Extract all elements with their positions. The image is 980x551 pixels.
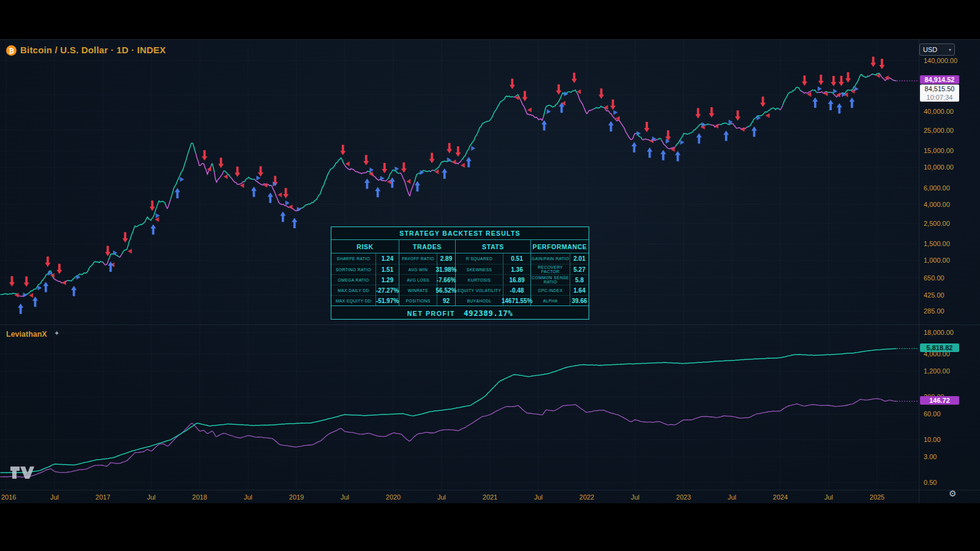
settings-gear-icon[interactable]: ⚙	[949, 489, 957, 498]
buy-arrow-icon	[175, 188, 180, 198]
price-line-segment	[119, 253, 123, 257]
time-axis-label: 2023	[676, 493, 691, 501]
metric-label: CPC INDEX	[530, 285, 570, 295]
backtest-table-grid: RISKSHARPE RATIO1.24SORTINO RATIO1.51OME…	[331, 240, 589, 305]
price-tick-label: 15,000.00	[924, 147, 954, 154]
sell-arrow-icon	[839, 76, 844, 86]
metric-value: 16.89	[503, 274, 530, 285]
buy-arrow-icon	[849, 97, 854, 108]
metric-value: -27.27%	[375, 285, 399, 295]
sell-triangle-icon	[527, 107, 532, 112]
sell-arrow-icon	[735, 110, 741, 121]
countdown-badge: 84,515.50 10:07:34	[920, 84, 959, 102]
net-profit-value: 492389.17%	[464, 309, 513, 318]
sell-triangle-icon	[288, 204, 293, 209]
panel-separator[interactable]	[0, 324, 980, 325]
table-section-header: STATS	[455, 240, 530, 253]
series-line	[1, 348, 897, 473]
price-line-segment	[520, 99, 543, 120]
sell-arrow-icon	[870, 57, 876, 67]
metric-value: -51.97%	[375, 295, 399, 305]
metric-label: AVG LOSS	[399, 274, 437, 285]
buy-triangle-icon	[471, 146, 475, 151]
price-tick-label: 1,000.00	[924, 257, 950, 264]
price-tick-label: 4,000.00	[924, 201, 950, 208]
sell-triangle-icon	[29, 293, 33, 298]
buy-triangle-icon	[614, 110, 618, 115]
price-tick-label: 140,000.00	[924, 57, 957, 64]
sell-arrow-icon	[802, 75, 807, 86]
price-line-segment	[123, 201, 166, 253]
metric-label: RECOVERY FACTOR	[530, 264, 570, 274]
time-axis-label: 2018	[192, 493, 207, 501]
sell-arrow-icon	[56, 264, 62, 274]
sell-arrow-icon	[510, 79, 515, 89]
metric-label: MAX DAILY DD	[331, 285, 375, 295]
sell-arrow-icon	[598, 88, 604, 99]
net-profit-label: NET PROFIT	[407, 310, 455, 317]
currency-selector[interactable]: USD ▾	[919, 43, 955, 56]
price-line-segment	[893, 80, 894, 81]
sell-triangle-icon	[714, 124, 718, 129]
price-line-segment	[605, 108, 636, 140]
buy-arrow-icon	[466, 157, 472, 167]
buy-arrow-icon	[812, 97, 818, 108]
metric-label: ALPHA	[530, 295, 570, 305]
buy-triangle-icon	[37, 285, 42, 290]
buy-arrow-icon	[375, 187, 380, 197]
price-line-segment	[399, 173, 415, 197]
price-line-segment	[243, 177, 255, 182]
price-line-segment	[817, 92, 825, 94]
price-line-segment	[212, 163, 214, 172]
metric-label: SORTINO RATIO	[331, 264, 375, 274]
buy-triangle-icon	[180, 177, 184, 182]
metric-value: -0.48	[503, 285, 530, 295]
metric-value: 92	[437, 295, 455, 305]
tradingview-logo[interactable]	[10, 465, 36, 480]
sell-arrow-icon	[556, 84, 562, 95]
metric-label: POSITIONS	[399, 295, 437, 305]
buy-triangle-icon	[23, 293, 28, 298]
buy-arrow-icon	[696, 133, 702, 143]
metric-label: COMMON SENSE RATIO	[530, 274, 570, 285]
time-axis-border	[0, 490, 980, 490]
price-line-segment	[431, 170, 433, 172]
countdown-timer: 10:07:34	[920, 93, 959, 102]
buy-arrow-icon	[837, 103, 842, 114]
backtest-table: STRATEGY BACKTEST RESULTS RISKSHARPE RAT…	[331, 227, 589, 320]
buy-triangle-icon	[256, 176, 260, 181]
countdown-price: 84,515.50	[920, 84, 959, 93]
metric-value: 31.98%	[437, 264, 455, 274]
metric-label: EQUITY VOLATILITY	[455, 285, 503, 295]
sell-arrow-icon	[760, 97, 766, 107]
price-line-segment	[831, 92, 834, 94]
buy-triangle-icon	[833, 89, 837, 94]
time-axis-label: Jul	[437, 493, 446, 501]
metric-value: 0.51	[503, 253, 530, 264]
indicator-options-icon[interactable]: ✦	[54, 329, 59, 337]
backtest-table-title: STRATEGY BACKTEST RESULTS	[331, 227, 589, 240]
metric-value: 1.24	[375, 253, 399, 264]
time-axis-label: Jul	[147, 493, 156, 501]
buy-triangle-icon	[285, 200, 290, 205]
price-line-segment	[747, 108, 779, 127]
metric-value: 2.89	[437, 253, 455, 264]
price-tick-label: 650.00	[924, 274, 944, 282]
buy-arrow-icon	[442, 168, 447, 179]
symbol-title[interactable]: Bitcoin / U.S. Dollar · 1D · INDEX	[20, 45, 166, 55]
price-tick-label: 18,000.00	[924, 329, 954, 336]
sell-arrow-icon	[429, 153, 435, 163]
indicator-label-leviathanx[interactable]: LeviathanX	[6, 330, 47, 339]
metric-value: 2.01	[570, 253, 589, 264]
price-line-segment	[166, 200, 171, 209]
time-axis-label: 2019	[289, 493, 304, 501]
price-tick-label: 285.00	[924, 307, 944, 315]
sell-arrow-icon	[258, 166, 263, 176]
sell-arrow-icon	[363, 155, 369, 165]
metric-label: MAX EQUITY DD	[331, 295, 375, 305]
buy-arrow-icon	[18, 304, 23, 314]
price-line-segment	[783, 88, 801, 106]
price-line-segment	[230, 178, 243, 185]
price-line-segment	[462, 96, 514, 160]
price-tick-label: 3.00	[924, 453, 937, 460]
